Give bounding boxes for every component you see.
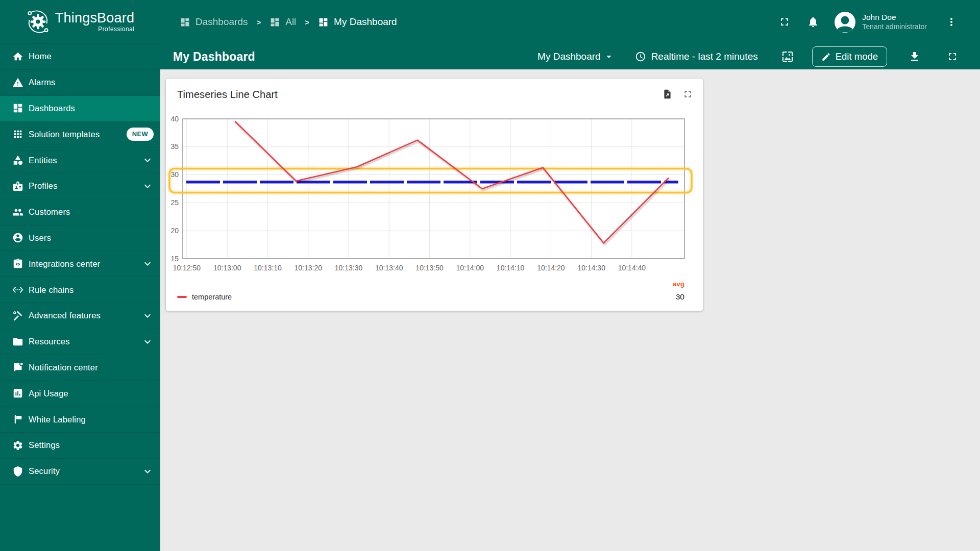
toolbar-actions: My Dashboard Realtime - last 2 minutes E… [537, 46, 980, 67]
caret-down-icon [603, 51, 615, 62]
dashboards-icon [318, 17, 329, 28]
line-chart-svg: 15202530354010:12:5010:13:0010:13:1010:1… [166, 112, 703, 278]
dashboard-select[interactable]: My Dashboard [537, 51, 615, 62]
widget-header: Timeseries Line Chart [166, 79, 703, 101]
x-tick-label: 10:13:50 [415, 264, 444, 272]
content-column: Dashboards>All>My Dashboard John Doe Ten… [160, 0, 980, 551]
sidebar-item-home[interactable]: Home [0, 44, 160, 70]
breadcrumb-label: All [285, 16, 296, 28]
x-tick-label: 10:13:20 [295, 264, 323, 272]
notifications-icon [12, 362, 23, 373]
sidebar-item-entities[interactable]: Entities [0, 147, 160, 173]
breadcrumb: Dashboards>All>My Dashboard [160, 16, 397, 28]
brand-name: ThingsBoard [55, 11, 134, 25]
legend-series-label: temperature [192, 293, 232, 301]
breadcrumb-item[interactable]: All [270, 16, 296, 28]
breadcrumb-separator: > [305, 18, 309, 27]
chevron-down-icon [141, 465, 154, 478]
sidebar-item-security[interactable]: Security [0, 459, 160, 485]
x-tick-label: 10:13:10 [254, 264, 282, 272]
widget-title: Timeseries Line Chart [177, 89, 278, 101]
highlight-band [169, 169, 692, 193]
x-tick-label: 10:14:00 [456, 264, 484, 272]
notifications-bell-icon[interactable] [807, 16, 819, 28]
sidebar-item-customers[interactable]: Customers [0, 199, 160, 226]
y-tick-label: 20 [170, 227, 179, 235]
app-root: ThingsBoard Professional HomeAlarmsDashb… [0, 0, 980, 551]
dashboards-icon [270, 17, 280, 28]
y-tick-label: 15 [170, 255, 179, 263]
sidebar-item-users[interactable]: Users [0, 226, 160, 252]
pencil-icon [821, 52, 831, 62]
y-tick-label: 25 [170, 198, 179, 207]
toolbar-fullscreen-icon[interactable] [946, 51, 959, 63]
sidebar-item-profiles[interactable]: Profiles [0, 173, 160, 199]
download-icon[interactable] [909, 51, 921, 63]
legend-series-toggle[interactable]: temperature [177, 293, 232, 301]
sidebar-item-advanced-features[interactable]: Advanced features [0, 303, 160, 329]
page-title: My Dashboard [160, 50, 255, 64]
sidebar-item-label: White Labeling [29, 415, 86, 424]
sidebar-item-rule-chains[interactable]: Rule chains [0, 277, 160, 303]
sidebar-item-label: Advanced features [29, 311, 101, 320]
sidebar-item-label: Security [29, 466, 60, 476]
widget-fullscreen-icon[interactable] [682, 89, 693, 99]
sidebar-item-label: Api Usage [29, 389, 68, 398]
sidebar-item-label: Home [29, 52, 52, 61]
brand-logo[interactable]: ThingsBoard Professional [0, 0, 160, 44]
chevron-down-icon [141, 180, 154, 192]
sidebar-item-integrations-center[interactable]: Integrations center [0, 251, 160, 277]
series-swatch [177, 296, 187, 298]
screenshot-icon[interactable] [781, 51, 794, 63]
settings-icon [12, 440, 23, 451]
integrations-icon [12, 258, 23, 269]
customers-icon [12, 207, 23, 218]
new-badge: NEW [127, 128, 154, 141]
breadcrumb-item[interactable]: Dashboards [180, 16, 248, 28]
grid-icon [12, 129, 23, 140]
sidebar-nav: HomeAlarmsDashboardsSolution templatesNE… [0, 44, 160, 485]
sidebar-item-resources[interactable]: Resources [0, 329, 160, 355]
breadcrumb-label: Dashboards [195, 16, 248, 28]
y-tick-label: 40 [170, 115, 179, 123]
users-icon [12, 232, 23, 243]
user-name: John Doe [862, 12, 927, 22]
sidebar-item-alarms[interactable]: Alarms [0, 70, 160, 96]
breadcrumb-item[interactable]: My Dashboard [318, 16, 397, 28]
sidebar-item-label: Integrations center [29, 259, 100, 269]
header-actions: John Doe Tenant administrator [778, 12, 980, 33]
x-tick-label: 10:13:30 [335, 264, 363, 272]
sidebar-item-label: Settings [29, 440, 60, 450]
dashboard-canvas: Timeseries Line Chart 15202530354010:12:… [160, 69, 980, 551]
clock-icon [635, 51, 646, 62]
sidebar-item-label: Notification center [29, 363, 98, 372]
chevron-down-icon [141, 258, 154, 270]
sidebar-item-settings[interactable]: Settings [0, 433, 160, 459]
edit-mode-button[interactable]: Edit mode [812, 46, 887, 67]
sidebar-item-label: Solution templates [29, 130, 100, 139]
widget-actions [662, 89, 693, 99]
x-tick-label: 10:14:10 [497, 264, 525, 272]
timeseries-widget: Timeseries Line Chart 15202530354010:12:… [166, 79, 703, 311]
dashboards-icon [12, 103, 23, 114]
export-widget-data-icon[interactable] [662, 89, 673, 99]
sidebar-item-api-usage[interactable]: Api Usage [0, 381, 160, 407]
sidebar-item-dashboards[interactable]: Dashboards [0, 96, 160, 122]
x-tick-label: 10:14:30 [577, 264, 605, 272]
breadcrumb-label: My Dashboard [334, 16, 397, 28]
sidebar-item-white-labeling[interactable]: White Labeling [0, 407, 160, 433]
sidebar-item-label: Users [29, 233, 51, 243]
sidebar-item-label: Profiles [29, 181, 58, 191]
sidebar-item-notification-center[interactable]: Notification center [0, 355, 160, 381]
fullscreen-icon[interactable] [778, 16, 791, 28]
user-menu[interactable]: John Doe Tenant administrator [835, 12, 927, 33]
kebab-menu-icon[interactable] [945, 16, 958, 28]
alarms-icon [12, 77, 23, 88]
brand-subtitle: Professional [55, 26, 134, 33]
breadcrumb-separator: > [256, 18, 261, 27]
dashboards-icon [180, 17, 190, 28]
time-window-button[interactable]: Realtime - last 2 minutes [635, 51, 758, 62]
sidebar-item-solution-templates[interactable]: Solution templatesNEW [0, 121, 160, 147]
api-usage-icon [12, 388, 23, 399]
profiles-icon [12, 181, 23, 192]
